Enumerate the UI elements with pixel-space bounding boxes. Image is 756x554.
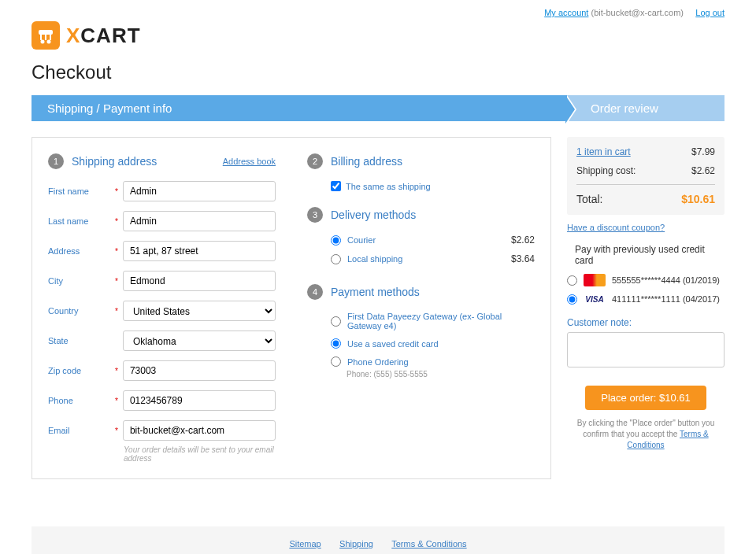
cart-icon	[32, 21, 60, 50]
customer-note-label: Customer note:	[567, 317, 724, 328]
payment-phone-sub: Phone: (555) 555-5555	[346, 370, 535, 379]
total-label: Total:	[576, 193, 602, 205]
footer: Sitemap Shipping Terms & Conditions © 20…	[32, 526, 724, 554]
progress-step-review[interactable]: Order review	[567, 95, 724, 121]
delivery-title: Delivery methods	[331, 209, 416, 221]
input-address[interactable]	[123, 241, 276, 261]
input-phone[interactable]	[123, 390, 276, 411]
total-value: $10.61	[681, 193, 715, 205]
my-account-link[interactable]: My account	[544, 8, 588, 17]
place-order-button[interactable]: Place order: $10.61	[585, 386, 706, 410]
payment-saved-radio[interactable]	[331, 338, 341, 349]
input-city[interactable]	[123, 271, 276, 291]
logo-text: XCART	[66, 24, 141, 48]
label-email: Email	[48, 426, 115, 435]
pay-previous-label: Pay with previously used credit card	[575, 244, 724, 266]
card-visa-number: 411111******1111 (04/2017)	[612, 294, 720, 304]
svg-rect-0	[39, 31, 52, 34]
input-zip[interactable]	[123, 360, 276, 381]
svg-point-2	[48, 41, 50, 43]
input-email[interactable]	[123, 420, 276, 441]
label-firstname: First name	[48, 187, 115, 196]
svg-point-1	[42, 41, 44, 43]
delivery-local-radio[interactable]	[331, 254, 341, 264]
label-zip: Zip code	[48, 366, 115, 375]
footer-terms[interactable]: Terms & Conditions	[391, 539, 466, 548]
logo[interactable]: XCART	[32, 21, 724, 50]
delivery-courier-radio[interactable]	[331, 235, 341, 246]
shipping-cost-value: $2.62	[691, 165, 715, 176]
items-price: $7.99	[691, 146, 715, 157]
input-lastname[interactable]	[123, 211, 276, 231]
visa-icon: VISA	[584, 293, 606, 305]
checkout-form: 1 Shipping address Address book First na…	[32, 137, 551, 479]
payment-payeezy-label: First Data Payeezy Gateway (ex- Global G…	[347, 312, 535, 331]
label-lastname: Last name	[48, 216, 115, 226]
card-mc-radio[interactable]	[567, 275, 577, 286]
same-as-shipping-label: The same as shipping	[346, 182, 431, 191]
label-state: State	[48, 336, 115, 345]
order-summary: 1 item in cart$7.99 Shipping cost:$2.62 …	[567, 137, 724, 451]
terms-text: By clicking the "Place order" button you…	[567, 418, 724, 451]
user-email: (bit-bucket@x-cart.com)	[591, 8, 684, 17]
logout-link[interactable]: Log out	[695, 8, 724, 17]
same-as-shipping-checkbox[interactable]	[331, 181, 341, 191]
customer-note-textarea[interactable]	[567, 332, 724, 367]
label-address: Address	[48, 246, 115, 256]
card-mc-number: 555555******4444 (01/2019)	[612, 275, 720, 285]
billing-title: Billing address	[331, 155, 402, 168]
shipping-title: Shipping address	[72, 155, 157, 168]
payment-title: Payment methods	[331, 286, 420, 298]
mastercard-icon	[584, 274, 606, 286]
step-4-badge: 4	[307, 284, 323, 300]
payment-phone-radio[interactable]	[331, 356, 341, 367]
select-country[interactable]: United States	[123, 301, 276, 321]
footer-shipping[interactable]: Shipping	[339, 539, 373, 548]
select-state[interactable]: Oklahoma	[123, 331, 276, 351]
input-firstname[interactable]	[123, 181, 276, 201]
footer-sitemap[interactable]: Sitemap	[289, 539, 321, 548]
card-visa-radio[interactable]	[567, 294, 577, 305]
delivery-courier-price: $2.62	[511, 235, 535, 246]
page-title: Checkout	[32, 61, 724, 83]
step-2-badge: 2	[307, 153, 323, 169]
delivery-local-label: Local shipping	[347, 254, 511, 264]
shipping-cost-label: Shipping cost:	[576, 165, 636, 176]
step-1-badge: 1	[48, 153, 64, 169]
address-book-link[interactable]: Address book	[223, 157, 276, 166]
delivery-courier-label: Courier	[347, 235, 511, 245]
progress-step-shipping[interactable]: Shipping / Payment info	[32, 95, 567, 121]
payment-saved-label: Use a saved credit card	[347, 339, 535, 349]
label-phone: Phone	[48, 396, 115, 405]
payment-phone-label: Phone Ordering	[347, 357, 535, 367]
payment-payeezy-radio[interactable]	[331, 316, 341, 327]
email-hint: Your order details will be sent to your …	[124, 445, 276, 463]
label-city: City	[48, 276, 115, 286]
progress-bar: Shipping / Payment info Order review	[32, 95, 724, 121]
step-3-badge: 3	[307, 207, 323, 223]
top-nav: My account (bit-bucket@x-cart.com) Log o…	[32, 8, 724, 17]
coupon-link[interactable]: Have a discount coupon?	[567, 223, 724, 232]
delivery-local-price: $3.64	[511, 253, 535, 264]
cart-items-link[interactable]: 1 item in cart	[576, 146, 631, 157]
label-country: Country	[48, 306, 115, 316]
